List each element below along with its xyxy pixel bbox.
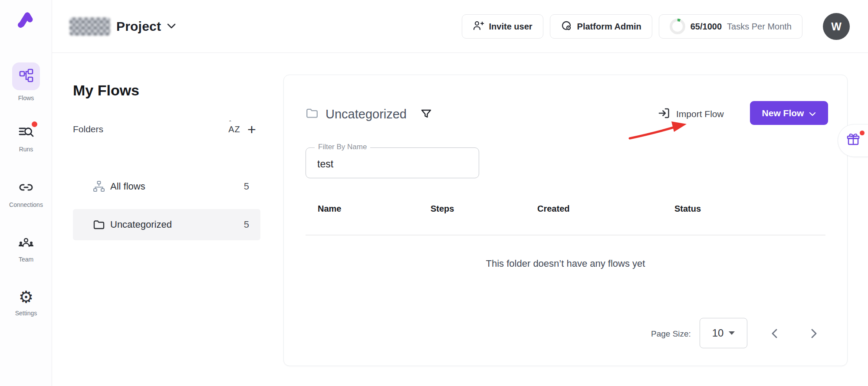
- all-flows-icon: [93, 180, 106, 193]
- add-folder-button[interactable]: +: [243, 121, 260, 138]
- folders-label: Folders: [73, 124, 103, 134]
- top-bar: Project Invite user: [52, 0, 868, 53]
- folder-count: 5: [244, 219, 249, 230]
- sidebar: Flows Runs: [0, 0, 52, 386]
- globe-cog-icon: [561, 20, 572, 33]
- page-size-label: Page Size:: [651, 329, 691, 339]
- workflow-icon: [19, 68, 33, 85]
- gift-rewards-button[interactable]: [838, 124, 868, 157]
- new-flow-button[interactable]: New Flow: [750, 101, 828, 125]
- user-avatar[interactable]: W: [823, 13, 850, 40]
- active-pill: [12, 62, 40, 90]
- app-window: Flows Runs: [0, 0, 868, 386]
- page-title: My Flows: [73, 82, 139, 99]
- link-icon: [18, 189, 34, 196]
- folder-name: All flows: [110, 181, 145, 192]
- folder-count: 5: [244, 181, 249, 192]
- folder-name: Uncategorized: [110, 219, 172, 230]
- new-flow-label: New Flow: [762, 108, 804, 118]
- chevron-down-icon: [167, 23, 176, 30]
- topbar-actions: Invite user Platform Admin 65/1000 Tasks…: [462, 0, 850, 53]
- import-flow-label: Import Flow: [676, 109, 724, 119]
- sidebar-item-settings[interactable]: ⚙ Settings: [0, 289, 52, 317]
- sidebar-item-flows[interactable]: Flows: [0, 62, 52, 101]
- sidebar-item-label: Runs: [0, 146, 52, 153]
- sort-alpha-icon[interactable]: AˆZ: [226, 121, 243, 138]
- flows-table-header: Name Steps Created Status: [284, 204, 847, 221]
- sidebar-item-connections[interactable]: Connections: [0, 180, 52, 208]
- column-header-created: Created: [537, 204, 569, 214]
- plus-icon: +: [247, 122, 256, 137]
- tasks-usage-badge[interactable]: 65/1000 Tasks Per Month: [659, 14, 802, 39]
- filter-by-name-field: Filter By Name: [306, 147, 479, 178]
- invite-user-label: Invite user: [489, 22, 533, 32]
- chevron-down-icon: [809, 108, 816, 118]
- filter-by-name-input[interactable]: [306, 148, 479, 178]
- notification-dot: [860, 131, 865, 135]
- folder-icon: [306, 107, 319, 121]
- sidebar-item-runs[interactable]: Runs: [0, 124, 52, 153]
- next-page-button[interactable]: [808, 327, 820, 340]
- column-header-name: Name: [318, 204, 341, 214]
- activepieces-logo-icon[interactable]: [16, 10, 36, 30]
- runs-search-icon: [18, 124, 34, 141]
- redacted-project-name: [69, 17, 110, 36]
- user-plus-icon: [473, 20, 484, 33]
- tasks-label: Tasks Per Month: [727, 22, 792, 32]
- page-size-select[interactable]: 10: [700, 318, 747, 348]
- folder-item-all-flows[interactable]: All flows 5: [73, 171, 260, 202]
- previous-page-button[interactable]: [768, 327, 780, 340]
- notification-dot: [32, 121, 37, 127]
- sidebar-item-label: Team: [0, 256, 52, 263]
- platform-admin-label: Platform Admin: [577, 22, 641, 32]
- avatar-initial: W: [831, 20, 842, 33]
- column-header-status: Status: [674, 204, 701, 214]
- panel-folder-title: Uncategorized: [326, 107, 407, 121]
- column-header-steps: Steps: [431, 204, 454, 214]
- sidebar-item-label: Settings: [0, 310, 52, 317]
- empty-state-message: This folder doesn’t have any flows yet: [284, 258, 847, 269]
- project-switcher[interactable]: Project: [69, 17, 176, 36]
- invite-user-button[interactable]: Invite user: [462, 14, 543, 39]
- tasks-fraction: 65/1000: [690, 22, 722, 32]
- gear-icon: ⚙: [19, 288, 33, 306]
- import-flow-button[interactable]: Import Flow: [658, 102, 724, 126]
- project-label: Project: [116, 19, 161, 34]
- page-size-value: 10: [712, 327, 724, 339]
- panel-header: Uncategorized: [306, 102, 432, 126]
- pagination: Page Size: 10: [284, 318, 847, 349]
- platform-admin-button[interactable]: Platform Admin: [550, 14, 652, 39]
- gift-icon: [846, 133, 860, 148]
- folder-item-uncategorized[interactable]: Uncategorized 5: [73, 209, 260, 240]
- team-icon: [18, 244, 34, 251]
- funnel-icon[interactable]: [421, 108, 432, 120]
- table-divider: [306, 235, 825, 236]
- folder-icon: [93, 219, 106, 231]
- sidebar-item-team[interactable]: Team: [0, 235, 52, 263]
- caret-down-icon: [729, 331, 735, 335]
- flows-panel: Uncategorized Import Flow New Flow: [283, 75, 848, 366]
- tasks-progress-ring: [670, 19, 685, 34]
- folders-header: Folders AˆZ +: [73, 121, 260, 138]
- import-icon: [658, 107, 670, 121]
- sidebar-item-label: Flows: [0, 95, 52, 101]
- sidebar-item-label: Connections: [0, 201, 52, 208]
